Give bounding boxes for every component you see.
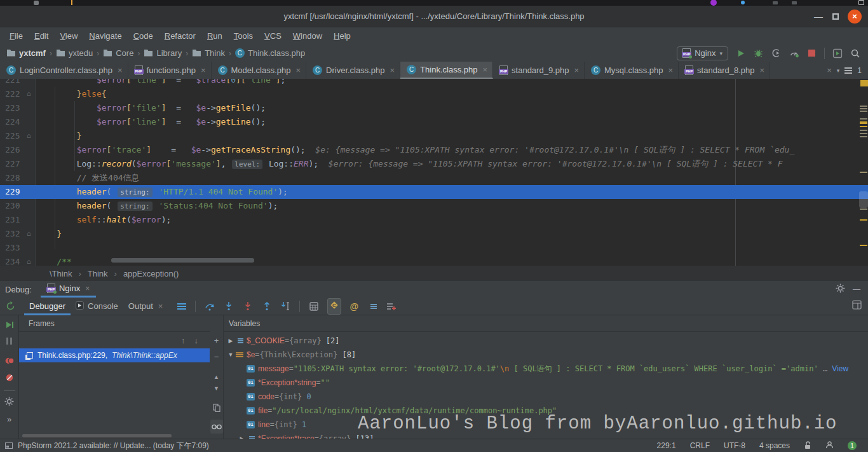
close-tab-icon[interactable]: × xyxy=(118,65,123,75)
profiler-button[interactable] xyxy=(789,48,799,58)
fold-marker-icon[interactable]: ⌂ xyxy=(27,87,31,101)
menu-navigate[interactable]: Navigate xyxy=(83,29,127,43)
close-session-icon[interactable]: × xyxy=(85,284,90,293)
threads-menu-icon[interactable] xyxy=(176,301,187,312)
remove-watch-button[interactable]: − xyxy=(210,348,223,365)
user-profile-icon[interactable] xyxy=(825,441,834,451)
hidden-tabs-list-icon[interactable] xyxy=(844,66,852,75)
show-hidden-tabs-arrow[interactable]: ▾ xyxy=(837,67,840,74)
pause-button[interactable] xyxy=(6,338,12,345)
menu-tools[interactable]: Tools xyxy=(228,29,259,43)
view-breakpoints-button[interactable] xyxy=(4,356,15,367)
breadcrumb-item-think[interactable]: Think xyxy=(192,48,225,58)
menu-help[interactable]: Help xyxy=(328,29,356,43)
editor-tab-standard_9.php[interactable]: PHPstandard_9.php× xyxy=(493,62,585,79)
menu-run[interactable]: Run xyxy=(201,29,228,43)
breadcrumb-item-core[interactable]: Core xyxy=(103,48,133,58)
editor-tab-Think.class.php[interactable]: CThink.class.php× xyxy=(400,62,493,79)
move-watch-up-icon[interactable]: ▲ xyxy=(210,371,223,383)
close-tab-icon[interactable]: × xyxy=(201,65,206,75)
step-into-icon[interactable] xyxy=(223,301,234,312)
indent-style[interactable]: 4 spaces xyxy=(759,441,790,450)
search-everywhere-icon[interactable] xyxy=(850,48,860,58)
menu-vcs[interactable]: VCS xyxy=(259,29,287,43)
editor-tab-LoginController.class.php[interactable]: CLoginController.class.php× xyxy=(0,62,128,79)
editor-breadcrumb-item[interactable]: appException() xyxy=(123,269,179,278)
variable-row-message[interactable]: 01message = "1105:XPATH syntax error: '#… xyxy=(224,362,868,376)
debug-settings-gear-icon[interactable] xyxy=(836,284,845,296)
file-encoding[interactable]: UTF-8 xyxy=(724,441,745,450)
editor-tab-Driver.class.php[interactable]: CDriver.class.php× xyxy=(306,62,400,79)
menu-view[interactable]: View xyxy=(54,29,83,43)
restore-layout-icon[interactable] xyxy=(852,300,868,312)
fold-marker-icon[interactable]: ⌂ xyxy=(27,227,31,241)
close-tab-icon[interactable]: × xyxy=(668,65,674,75)
fold-marker-icon[interactable]: ⌂ xyxy=(27,129,31,143)
breadcrumb-item-think.class.php[interactable]: CThink.class.php xyxy=(235,48,305,58)
run-tool-window-icon[interactable] xyxy=(832,48,843,58)
breadcrumb-item-library[interactable]: Library xyxy=(144,48,182,58)
debug-tab-output[interactable]: Output× xyxy=(123,298,168,315)
close-tab-icon[interactable]: × xyxy=(158,301,163,311)
line-separator[interactable]: CRLF xyxy=(690,441,710,450)
horizontal-scrollbar[interactable] xyxy=(111,258,254,263)
tool-window-switcher-icon[interactable] xyxy=(5,442,13,449)
editor-scrollbar-thumb[interactable] xyxy=(859,191,868,208)
add-watch-button[interactable]: + xyxy=(210,332,223,348)
menu-code[interactable]: Code xyxy=(128,29,159,43)
hide-panel-icon[interactable]: — xyxy=(853,285,860,294)
editor-breadcrumb-item[interactable]: Think xyxy=(88,269,108,278)
stop-button[interactable] xyxy=(806,48,817,58)
code-editor[interactable]: 221 $error['line'] = $trace[0]['line'];2… xyxy=(0,79,868,266)
menu-window[interactable]: Window xyxy=(287,29,328,43)
lock-icon[interactable] xyxy=(804,441,811,451)
move-watch-down-icon[interactable]: ▼ xyxy=(210,383,223,394)
close-tab-icon[interactable]: × xyxy=(574,65,579,75)
editor-tab-functions.php[interactable]: PHPfunctions.php× xyxy=(128,62,212,79)
debugger-settings-gear-icon[interactable] xyxy=(4,397,14,409)
breadcrumb-item-yxtcmf[interactable]: yxtcmf xyxy=(6,48,46,58)
previous-frame-icon[interactable]: ↑ xyxy=(181,336,186,345)
breadcrumb-item-yxtedu[interactable]: yxtedu xyxy=(56,48,93,58)
step-over-icon[interactable] xyxy=(204,301,215,312)
notifications-badge[interactable]: 1 xyxy=(848,441,857,450)
more-actions-icon[interactable]: » xyxy=(7,414,11,424)
expanded-arrow-icon[interactable]: ▼ xyxy=(226,352,235,358)
mute-breakpoints-button[interactable] xyxy=(5,373,14,385)
debug-button[interactable] xyxy=(753,48,764,58)
menu-edit[interactable]: Edit xyxy=(29,29,54,43)
maximize-button[interactable] xyxy=(832,13,839,20)
run-to-cursor-icon[interactable] xyxy=(280,301,291,312)
editor-tab-Model.class.php[interactable]: CModel.class.php× xyxy=(212,62,307,79)
menu-refactor[interactable]: Refactor xyxy=(159,29,201,43)
show-indexes-icon[interactable] xyxy=(367,301,377,312)
evaluate-expression-icon[interactable] xyxy=(308,301,319,312)
variable-row-e[interactable]: ▼$e = {Think\Exception} [8] xyxy=(224,348,868,362)
close-tab-icon[interactable]: × xyxy=(390,65,395,75)
status-message[interactable]: PhpStorm 2021.2 available: // Update... … xyxy=(18,441,209,451)
minimize-button[interactable]: — xyxy=(813,11,824,22)
debug-session-tab[interactable]: PHP Nginx × xyxy=(41,281,96,298)
close-tab-icon[interactable]: × xyxy=(827,65,832,75)
debug-tab-debugger[interactable]: Debugger xyxy=(24,298,71,315)
next-frame-icon[interactable]: ↓ xyxy=(194,336,199,345)
collapsed-arrow-icon[interactable]: ▶ xyxy=(226,338,235,344)
show-watches-toggle[interactable] xyxy=(210,418,223,435)
editor-tab-Mysql.class.php[interactable]: CMysql.class.php× xyxy=(585,62,679,79)
force-step-into-icon[interactable] xyxy=(242,301,253,312)
show-references-icon[interactable]: @ xyxy=(349,301,358,312)
caret-position[interactable]: 229:1 xyxy=(657,441,676,450)
run-button[interactable] xyxy=(735,48,746,58)
add-watch-icon[interactable] xyxy=(386,301,397,312)
close-tab-icon[interactable]: × xyxy=(759,65,764,75)
resume-button[interactable] xyxy=(5,320,14,332)
close-tab-icon[interactable]: × xyxy=(482,65,487,74)
copy-icon[interactable] xyxy=(210,399,223,416)
editor-breadcrumb-item[interactable]: \Think xyxy=(50,269,72,278)
editor-tab-standard_8.php[interactable]: PHPstandard_8.php× xyxy=(679,62,770,79)
rerun-icon[interactable] xyxy=(5,301,16,312)
variable-row-code[interactable]: 01code = {int} 0 xyxy=(224,390,868,404)
fold-marker-icon[interactable]: ⌂ xyxy=(27,255,31,266)
close-button[interactable]: × xyxy=(848,10,862,24)
variable-row-Exceptionstring[interactable]: 01*Exception*string = "" xyxy=(224,376,868,390)
